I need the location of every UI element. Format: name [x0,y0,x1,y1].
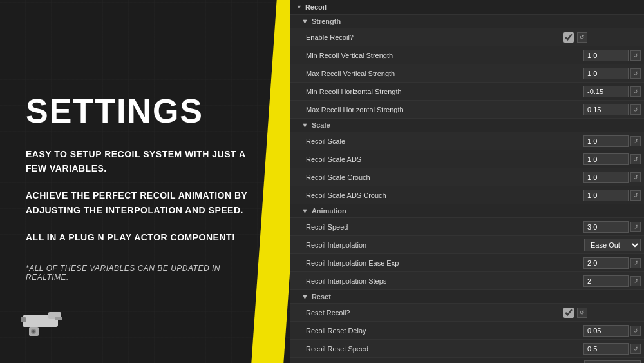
min-recoil-horizontal-reset[interactable]: ↺ [630,86,641,97]
recoil-scale-crouch-value: ↺ [560,172,644,183]
recoil-scale-reset[interactable]: ↺ [630,136,641,146]
page-title: SETTINGS [26,94,264,128]
reset-recoil-reset[interactable]: ↺ [577,308,587,318]
recoil-scale-ads-reset[interactable]: ↺ [630,154,641,164]
recoil-interpolation-value: Linear Ease In Ease Out Ease In Out [560,239,644,251]
recoil-scale-value: ↺ [560,135,644,147]
row-recoil-scale: Recoil Scale ↺ [290,132,644,150]
recoil-interpolation-label: Recoil Interpolation [290,241,560,249]
reset-recoil-value: ↺ [560,308,644,318]
recoil-scale-ads-crouch-label: Recoil Scale ADS Crouch [290,191,560,199]
max-recoil-vertical-input[interactable] [583,68,629,79]
recoil-scale-ads-value: ↺ [560,153,644,165]
recoil-scale-input[interactable] [583,135,629,147]
row-recoil-interpolation-ease: Recoil Interpolation Ease Exp ↺ [290,254,644,272]
recoil-reset-speed-reset[interactable]: ↺ [630,344,641,354]
scale-arrow-icon: ▼ [301,121,308,129]
row-recoil-reset-speed: Recoil Reset Speed ↺ [290,340,644,358]
recoil-scale-crouch-label: Recoil Scale Crouch [290,173,560,181]
animation-arrow-icon: ▼ [301,207,308,215]
min-recoil-vertical-label: Min Recoil Vertical Strength [290,52,560,59]
row-recoil-interpolation: Recoil Interpolation Linear Ease In Ease… [290,236,644,254]
row-recoil-scale-ads: Recoil Scale ADS ↺ [290,150,644,168]
min-recoil-horizontal-label: Min Recoil Horizontal Strength [290,88,560,95]
enable-recoil-label: Enable Recoil? [290,34,560,41]
recoil-reset-interpolation-select[interactable]: Linear Ease In Ease Out Ease in Out [584,360,641,364]
recoil-reset-interpolation-value: Linear Ease In Ease Out Ease in Out [560,360,644,364]
recoil-reset-delay-value: ↺ [560,325,644,337]
max-recoil-horizontal-input[interactable] [583,104,629,115]
recoil-scale-ads-label: Recoil Scale ADS [290,155,560,163]
settings-note: *ALL OF THESE VARIABLES CAN BE UPDATED I… [26,264,264,282]
subsection-reset[interactable]: ▼ Reset [290,290,644,304]
recoil-scale-label: Recoil Scale [290,137,560,145]
recoil-reset-delay-input[interactable] [583,325,629,337]
min-recoil-vertical-input[interactable] [583,50,629,61]
recoil-interpolation-ease-input[interactable] [583,257,629,269]
recoil-interpolation-steps-label: Recoil Interpolation Steps [290,277,560,285]
max-recoil-vertical-label: Max Recoil Vertical Strength [290,70,560,77]
row-recoil-reset-interpolation: Recoil Reset Interpolation Linear Ease I… [290,358,644,363]
recoil-reset-delay-label: Recoil Reset Delay [290,327,560,335]
subsection-scale[interactable]: ▼ Scale [290,119,644,132]
recoil-interpolation-ease-reset[interactable]: ↺ [630,258,641,268]
reset-arrow-icon: ▼ [301,293,308,300]
reset-label: Reset [312,293,331,300]
row-recoil-scale-crouch: Recoil Scale Crouch ↺ [290,168,644,186]
min-recoil-vertical-reset[interactable]: ↺ [630,50,641,61]
reset-recoil-label: Reset Recoil? [290,309,560,317]
recoil-interpolation-ease-label: Recoil Interpolation Ease Exp [290,259,560,267]
recoil-speed-value: ↺ [560,221,644,233]
max-recoil-horizontal-label: Max Recoil Horizontal Strength [290,106,560,113]
recoil-interpolation-steps-reset[interactable]: ↺ [630,276,641,286]
enable-recoil-checkbox[interactable] [564,32,574,43]
description-3: ALL IN A PLUG N PLAY ACTOR COMPONENT! [26,230,264,244]
recoil-interpolation-ease-value: ↺ [560,257,644,269]
max-recoil-vertical-value: ↺ [560,68,644,79]
row-min-recoil-horizontal: Min Recoil Horizontal Strength ↺ [290,83,644,101]
max-recoil-horizontal-value: ↺ [560,104,644,115]
enable-recoil-reset[interactable]: ↺ [577,32,587,43]
recoil-reset-speed-value: ↺ [560,343,644,355]
recoil-scale-ads-input[interactable] [583,153,629,165]
recoil-scale-crouch-input[interactable] [583,172,629,183]
row-enable-recoil: Enable Recoil? ↺ [290,28,644,46]
row-recoil-scale-ads-crouch: Recoil Scale ADS Crouch ↺ [290,186,644,204]
max-recoil-vertical-reset[interactable]: ↺ [630,68,641,79]
strength-label: Strength [312,17,341,25]
row-max-recoil-vertical: Max Recoil Vertical Strength ↺ [290,64,644,83]
max-recoil-horizontal-reset[interactable]: ↺ [630,104,641,115]
subsection-strength[interactable]: ▼ Strength [290,15,644,28]
recoil-speed-reset[interactable]: ↺ [630,222,641,232]
row-reset-recoil: Reset Recoil? ↺ [290,304,644,322]
enable-recoil-value: ↺ [560,32,644,43]
reset-recoil-checkbox[interactable] [564,308,574,318]
recoil-scale-ads-crouch-reset[interactable]: ↺ [630,190,641,201]
properties-panel: ▼ Recoil ▼ Strength Enable Recoil? ↺ Min… [290,0,644,363]
recoil-interpolation-select[interactable]: Linear Ease In Ease Out Ease In Out [584,239,641,251]
recoil-reset-speed-label: Recoil Reset Speed [290,345,560,353]
description-1: EASY TO SETUP RECOIL SYSTEM WITH JUST A … [26,147,264,176]
root-arrow-icon: ▼ [296,4,302,10]
recoil-speed-label: Recoil Speed [290,223,560,231]
description-2: ACHIEVE THE PERFECT RECOIL ANIMATION BY … [26,188,264,217]
row-max-recoil-horizontal: Max Recoil Horizontal Strength ↺ [290,101,644,119]
row-min-recoil-vertical: Min Recoil Vertical Strength ↺ [290,46,644,64]
recoil-reset-speed-input[interactable] [583,343,629,355]
row-recoil-speed: Recoil Speed ↺ [290,218,644,236]
recoil-scale-crouch-reset[interactable]: ↺ [630,172,641,182]
row-recoil-reset-delay: Recoil Reset Delay ↺ [290,322,644,340]
recoil-reset-delay-reset[interactable]: ↺ [630,326,641,336]
min-recoil-horizontal-input[interactable] [583,86,629,97]
right-panel: ▼ Recoil ▼ Strength Enable Recoil? ↺ Min… [290,0,644,363]
root-section-header[interactable]: ▼ Recoil [290,0,644,15]
recoil-scale-ads-crouch-value: ↺ [560,190,644,201]
min-recoil-horizontal-value: ↺ [560,86,644,97]
recoil-scale-ads-crouch-input[interactable] [583,190,629,201]
subsection-animation[interactable]: ▼ Animation [290,204,644,218]
row-recoil-interpolation-steps: Recoil Interpolation Steps ↺ [290,272,644,290]
recoil-interpolation-steps-value: ↺ [560,275,644,287]
recoil-speed-input[interactable] [583,221,629,233]
recoil-interpolation-steps-input[interactable] [583,275,629,287]
scale-label: Scale [312,121,330,129]
